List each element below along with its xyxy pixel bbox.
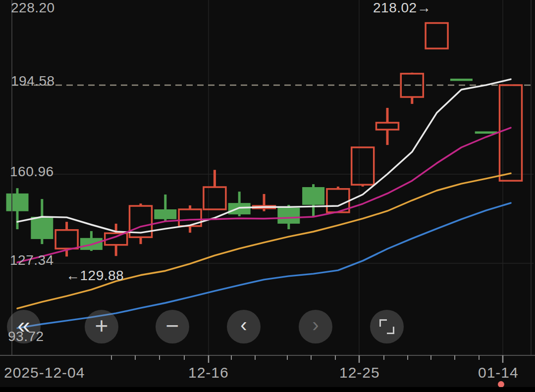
x-axis-label-mid2: 12-25 xyxy=(339,364,380,381)
chevron-left-icon: ‹ xyxy=(240,315,247,335)
low-price-marker: ←129.88 xyxy=(66,268,124,284)
x-axis-label-end: 01-14 xyxy=(478,364,519,381)
y-axis-label-228: 228.20 xyxy=(11,0,55,16)
high-price-marker: 218.02→ xyxy=(373,0,431,16)
bottom-strip xyxy=(0,387,535,392)
minus-icon: − xyxy=(166,314,179,337)
chevron-right-icon: › xyxy=(312,315,319,335)
prev-button[interactable]: ‹ xyxy=(227,310,261,343)
y-axis-label-160: 160.96 xyxy=(10,164,54,180)
ma-blue xyxy=(17,203,511,328)
x-axis-label-start: 2025-12-04 xyxy=(4,364,85,381)
x-axis-label-mid1: 12-16 xyxy=(188,364,229,381)
fullscreen-icon xyxy=(379,319,394,334)
y-axis-label-127: 127.34 xyxy=(10,252,54,268)
plus-icon: + xyxy=(95,314,108,337)
zoom-in-button[interactable]: + xyxy=(85,310,118,343)
y-axis-label-93: 93.72 xyxy=(8,329,44,344)
stock-chart-screen: 228.20 194.58 160.96 127.34 93.72 218.02… xyxy=(0,0,535,392)
next-button[interactable]: › xyxy=(299,310,332,343)
candlestick-chart[interactable] xyxy=(0,0,535,392)
fullscreen-button[interactable] xyxy=(370,310,404,343)
y-axis-label-194: 194.58 xyxy=(11,73,55,89)
zoom-out-button[interactable]: − xyxy=(156,310,189,343)
